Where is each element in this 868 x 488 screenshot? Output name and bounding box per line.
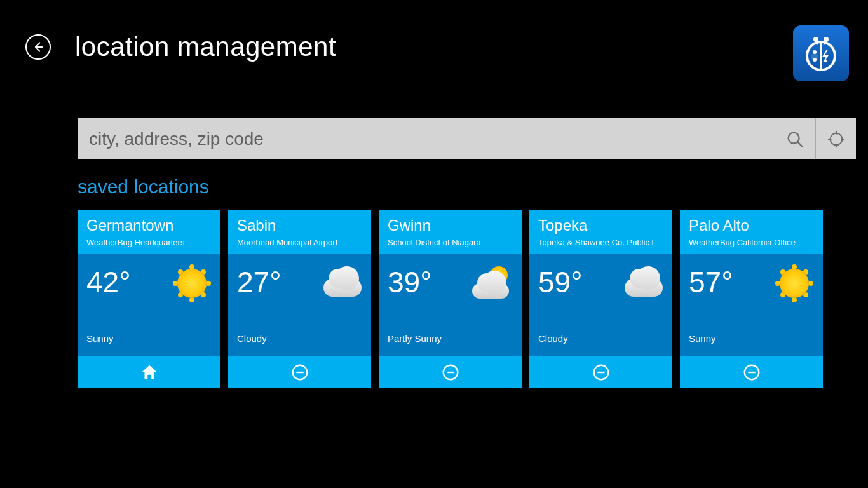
location-tile[interactable]: SabinMoorhead Municipal Airport27°Cloudy bbox=[228, 210, 371, 388]
svg-point-8 bbox=[825, 60, 827, 62]
remove-icon bbox=[592, 363, 611, 382]
search-bar bbox=[78, 118, 856, 159]
cloudy-icon bbox=[625, 279, 663, 297]
remove-button[interactable] bbox=[529, 356, 672, 388]
location-tile[interactable]: Palo AltoWeatherBug California Office57°… bbox=[680, 210, 823, 388]
home-button[interactable] bbox=[78, 356, 220, 388]
tile-header: GermantownWeatherBug Headquarters bbox=[78, 210, 220, 254]
tile-station: WeatherBug Headquarters bbox=[86, 238, 212, 247]
remove-icon bbox=[742, 363, 761, 382]
location-tiles: GermantownWeatherBug Headquarters42°Sunn… bbox=[78, 210, 868, 388]
tile-body: 57°Sunny bbox=[680, 254, 823, 356]
page-title: location management bbox=[75, 32, 336, 62]
tile-condition: Cloudy bbox=[538, 333, 568, 344]
tile-city: Palo Alto bbox=[689, 217, 814, 235]
locate-icon bbox=[827, 130, 846, 149]
remove-icon bbox=[290, 363, 309, 382]
location-tile[interactable]: TopekaTopeka & Shawnee Co. Public L59°Cl… bbox=[529, 210, 672, 388]
location-tile[interactable]: GermantownWeatherBug Headquarters42°Sunn… bbox=[78, 210, 220, 388]
tile-header: TopekaTopeka & Shawnee Co. Public L bbox=[529, 210, 672, 254]
remove-button[interactable] bbox=[680, 356, 823, 388]
tile-station: School District of Niagara bbox=[388, 238, 513, 247]
tile-station: Moorhead Municipal Airport bbox=[237, 238, 362, 247]
tile-condition: Partly Sunny bbox=[388, 333, 442, 344]
tile-station: Topeka & Shawnee Co. Public L bbox=[538, 238, 663, 247]
back-button[interactable] bbox=[25, 34, 51, 60]
cloudy-icon bbox=[323, 279, 362, 297]
tile-city: Germantown bbox=[86, 217, 212, 235]
arrow-left-icon bbox=[32, 41, 44, 53]
search-input[interactable] bbox=[78, 118, 775, 159]
remove-button[interactable] bbox=[379, 356, 522, 388]
sunny-icon bbox=[780, 269, 809, 298]
tile-city: Topeka bbox=[538, 217, 663, 235]
weatherbug-logo-icon bbox=[801, 33, 841, 74]
location-tile[interactable]: GwinnSchool District of Niagara39°Partly… bbox=[379, 210, 522, 388]
svg-line-10 bbox=[798, 142, 803, 146]
home-icon bbox=[140, 363, 159, 382]
search-icon bbox=[785, 130, 804, 149]
sunny-icon bbox=[177, 269, 207, 298]
tile-body: 59°Cloudy bbox=[529, 254, 672, 356]
tile-header: SabinMoorhead Municipal Airport bbox=[228, 210, 371, 254]
tile-condition: Sunny bbox=[689, 333, 716, 344]
tile-station: WeatherBug California Office bbox=[689, 238, 814, 247]
tile-condition: Cloudy bbox=[237, 333, 267, 344]
svg-point-11 bbox=[830, 133, 842, 145]
tile-city: Gwinn bbox=[388, 217, 513, 235]
locate-button[interactable] bbox=[815, 118, 856, 159]
tile-header: GwinnSchool District of Niagara bbox=[379, 210, 522, 254]
tile-body: 27°Cloudy bbox=[228, 254, 371, 356]
tile-body: 39°Partly Sunny bbox=[379, 254, 522, 356]
remove-button[interactable] bbox=[228, 356, 371, 388]
search-button[interactable] bbox=[775, 118, 815, 159]
tile-header: Palo AltoWeatherBug California Office bbox=[680, 210, 823, 254]
tile-condition: Sunny bbox=[86, 333, 114, 344]
partly-sunny-icon bbox=[471, 266, 515, 301]
svg-point-7 bbox=[813, 58, 817, 62]
tile-city: Sabin bbox=[237, 217, 362, 235]
svg-point-6 bbox=[813, 50, 817, 54]
tile-body: 42°Sunny bbox=[78, 254, 220, 356]
app-logo bbox=[793, 25, 849, 81]
section-title: saved locations bbox=[78, 176, 868, 198]
remove-icon bbox=[441, 363, 460, 382]
